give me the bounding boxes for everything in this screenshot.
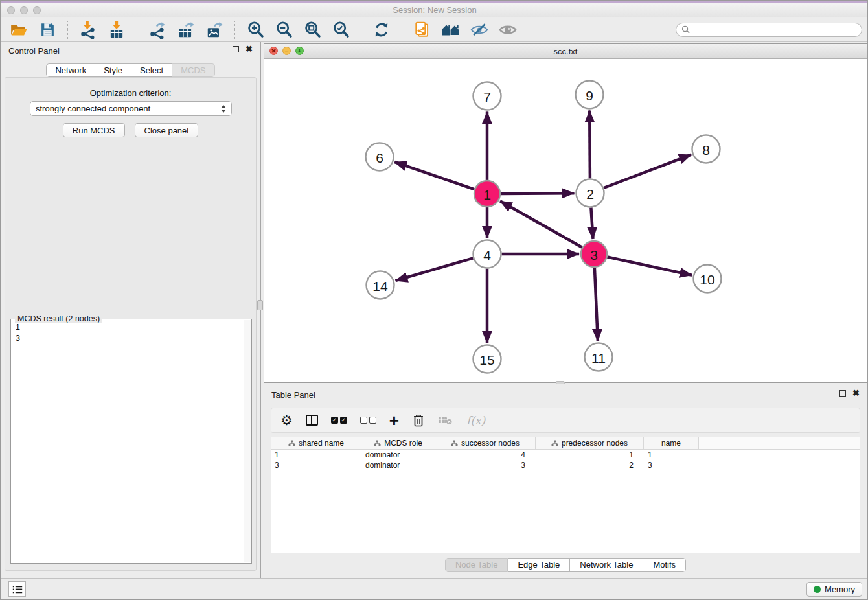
- cell-successor_nodes[interactable]: 4: [435, 450, 536, 460]
- memory-button[interactable]: Memory: [806, 582, 862, 597]
- delete-table-glyph: [438, 415, 453, 426]
- canvas-resize-handle[interactable]: [556, 381, 565, 384]
- open-file-icon[interactable]: [7, 19, 30, 41]
- cell-predecessor_nodes[interactable]: 2: [536, 460, 644, 470]
- show-all-icon[interactable]: [496, 19, 520, 41]
- network-graph[interactable]: 7968124314101511: [264, 59, 867, 382]
- graph-node-14[interactable]: 14: [367, 271, 394, 299]
- tab-network[interactable]: Network: [46, 63, 95, 77]
- select-all-rows-icon[interactable]: ✓✓: [331, 411, 347, 430]
- tab-motifs[interactable]: Motifs: [643, 558, 686, 572]
- float-table-panel-icon[interactable]: [839, 390, 846, 397]
- graph-node-2[interactable]: 2: [577, 179, 604, 207]
- network-canvas[interactable]: 7968124314101511: [264, 59, 867, 382]
- deselect-all-rows-icon[interactable]: [360, 411, 376, 430]
- cell-shared_name[interactable]: 1: [271, 450, 361, 460]
- panel-divider-handle[interactable]: [257, 300, 263, 310]
- close-panel-icon[interactable]: ✖: [246, 46, 253, 52]
- network-window-title: scc.txt: [264, 47, 867, 56]
- optimization-criterion-select[interactable]: strongly connected component: [30, 101, 232, 116]
- tab-style[interactable]: Style: [95, 63, 131, 77]
- graph-edge-3-10[interactable]: [608, 257, 692, 275]
- table-row[interactable]: 1dominator411: [271, 450, 860, 460]
- graph-node-1[interactable]: 1: [474, 181, 500, 207]
- graph-node-label: 14: [372, 279, 388, 294]
- clone-network-icon[interactable]: [411, 19, 434, 41]
- graph-edge-4-14[interactable]: [396, 258, 474, 281]
- cell-successor_nodes[interactable]: 3: [435, 460, 536, 470]
- graph-edge-3-11[interactable]: [595, 268, 598, 341]
- column-header-name[interactable]: name: [644, 437, 699, 450]
- graph-node-8[interactable]: 8: [692, 135, 720, 163]
- close-table-panel-icon[interactable]: ✖: [852, 390, 860, 397]
- import-network-icon[interactable]: [76, 19, 100, 41]
- import-table-icon[interactable]: [105, 19, 128, 41]
- graph-node-11[interactable]: 11: [585, 343, 613, 371]
- graph-edge-2-8[interactable]: [604, 155, 691, 188]
- delete-columns-icon[interactable]: [412, 411, 425, 430]
- mcds-result-box[interactable]: MCDS result (2 nodes) 13: [10, 319, 252, 564]
- graph-node-7[interactable]: 7: [474, 82, 501, 110]
- function-builder-icon[interactable]: f(x): [466, 411, 485, 430]
- save-session-icon[interactable]: [36, 19, 59, 41]
- add-column-icon[interactable]: +: [389, 411, 399, 430]
- table-panel-title: Table Panel: [271, 390, 315, 400]
- cell-mcds_role[interactable]: dominator: [361, 450, 435, 460]
- hide-selected-icon[interactable]: [468, 19, 491, 41]
- graph-edge-1-6[interactable]: [394, 162, 474, 189]
- column-browser-icon[interactable]: [306, 411, 318, 430]
- graph-node-10[interactable]: 10: [694, 265, 722, 293]
- first-neighbors-icon[interactable]: [439, 19, 463, 41]
- zoom-selected-icon[interactable]: [329, 19, 352, 41]
- search-input[interactable]: [693, 25, 856, 34]
- tab-node-table[interactable]: Node Table: [445, 558, 508, 572]
- table-options-icon[interactable]: ⚙: [280, 411, 293, 430]
- zoom-in-icon[interactable]: [244, 19, 267, 41]
- cell-shared_name[interactable]: 3: [271, 460, 361, 470]
- tab-mcds[interactable]: MCDS: [172, 63, 214, 77]
- export-network-icon[interactable]: [146, 19, 169, 41]
- graph-edge-2-9[interactable]: [589, 111, 590, 179]
- graph-node-9[interactable]: 9: [576, 81, 604, 109]
- cell-predecessor_nodes[interactable]: 1: [536, 450, 644, 460]
- graph-node-label: 7: [483, 89, 491, 104]
- graph-edge-3-1[interactable]: [500, 201, 582, 247]
- graph-edge-2-3[interactable]: [591, 208, 593, 240]
- table-toolbar: ⚙ ✓✓ + f(x): [271, 408, 860, 433]
- list-icon: [12, 584, 23, 594]
- zoom-out-icon[interactable]: [272, 19, 295, 41]
- result-scrollbar[interactable]: [244, 320, 251, 562]
- export-table-icon[interactable]: [174, 19, 198, 41]
- clone-network-glyph: [413, 21, 431, 39]
- task-history-button[interactable]: [8, 581, 26, 597]
- delete-table-icon[interactable]: [438, 411, 453, 430]
- graph-node-3[interactable]: 3: [581, 241, 607, 267]
- float-panel-icon[interactable]: [233, 46, 239, 52]
- column-header-shared-name[interactable]: shared name: [271, 437, 361, 450]
- zoom-fit-icon[interactable]: [301, 19, 324, 41]
- column-type-icon: [374, 440, 381, 447]
- tab-edge-table[interactable]: Edge Table: [508, 558, 570, 572]
- tab-network-table[interactable]: Network Table: [570, 558, 643, 572]
- column-header-successor-nodes[interactable]: successor nodes: [435, 437, 536, 450]
- export-image-icon[interactable]: [203, 19, 226, 41]
- graph-node-6[interactable]: 6: [366, 143, 394, 171]
- column-type-icon: [451, 440, 458, 447]
- column-header-predecessor-nodes[interactable]: predecessor nodes: [536, 437, 644, 450]
- refresh-layout-icon[interactable]: [370, 19, 393, 41]
- import-table-glyph: [108, 21, 126, 39]
- column-header-filler: [699, 437, 860, 450]
- run-mcds-button[interactable]: Run MCDS: [63, 123, 125, 137]
- graph-node-4[interactable]: 4: [474, 240, 501, 268]
- table-row[interactable]: 3dominator323: [271, 460, 860, 470]
- column-header-MCDS-role[interactable]: MCDS role: [361, 437, 435, 450]
- toolbar-separator: [234, 21, 235, 39]
- cell-name[interactable]: 3: [644, 460, 699, 470]
- graph-node-15[interactable]: 15: [474, 345, 501, 373]
- cell-mcds_role[interactable]: dominator: [361, 460, 435, 470]
- network-window-titlebar[interactable]: ✕ – + scc.txt: [264, 44, 867, 59]
- graph-edge-1-2[interactable]: [501, 193, 575, 194]
- cell-name[interactable]: 1: [644, 450, 699, 460]
- tab-select[interactable]: Select: [131, 63, 172, 77]
- close-panel-button[interactable]: Close panel: [135, 123, 199, 137]
